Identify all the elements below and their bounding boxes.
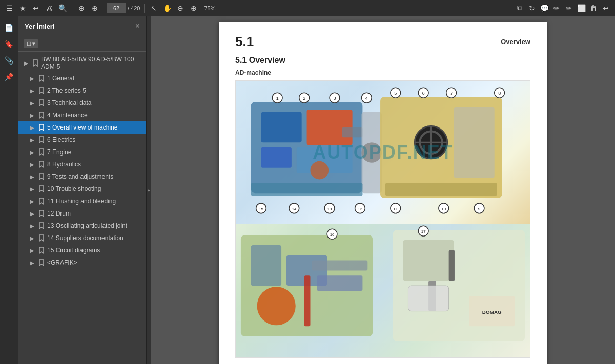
layers-icon[interactable]: 📎 bbox=[2, 53, 16, 68]
svg-text:8: 8 bbox=[498, 91, 501, 96]
expand-arrow-icon: ▶ bbox=[29, 161, 36, 168]
expand-arrow-icon: ▶ bbox=[29, 173, 36, 180]
bookmark-icon bbox=[38, 259, 45, 267]
machine-illustration-top: 1 2 3 4 5 6 7 8 bbox=[236, 81, 530, 224]
sidebar-item-tests[interactable]: ▶ 9 Tests and adjustments bbox=[18, 170, 146, 183]
pdf-area: 5.1 Overview 5.1 Overview AD-machine AUT… bbox=[151, 16, 615, 364]
search-tb-icon[interactable]: 🔍 bbox=[57, 3, 68, 13]
sidebar-item-suppliers[interactable]: ▶ 14 Suppliers documentation bbox=[18, 232, 146, 244]
sidebar-item-label: 5 Overall view of machine bbox=[47, 124, 142, 131]
hand-tool-icon[interactable]: ✋ bbox=[162, 3, 172, 13]
toolbar: ☰ ★ ↩ 🖨 🔍 ⊕ ⊕ / 420 ↖ ✋ ⊖ ⊕ 75% ⧉ ↻ 💬 ✏ … bbox=[0, 0, 615, 16]
grid-icon: ⊞ bbox=[27, 40, 31, 47]
expand-arrow-icon: ▶ bbox=[29, 148, 36, 156]
sidebar-controls: ⊞ ▾ bbox=[18, 36, 146, 52]
page-icon[interactable]: 📄 bbox=[2, 20, 16, 35]
svg-rect-3 bbox=[261, 147, 291, 168]
svg-rect-1 bbox=[261, 112, 301, 142]
svg-point-5 bbox=[310, 161, 329, 180]
svg-rect-57 bbox=[449, 250, 455, 281]
draw-icon[interactable]: ✏ bbox=[564, 3, 574, 13]
bookmark-icon bbox=[38, 74, 45, 82]
sidebar-item-technical[interactable]: ▶ 3 Technical data bbox=[18, 97, 146, 109]
svg-rect-51 bbox=[304, 275, 311, 326]
sidebar-item-label: 12 Drum bbox=[47, 210, 142, 217]
expand-arrow-icon: ▶ bbox=[29, 198, 36, 205]
back-icon[interactable]: ☰ bbox=[4, 3, 14, 13]
bookmarks-icon[interactable]: 🔖 bbox=[2, 37, 16, 51]
sidebar-item-label: 15 Circuit diagrams bbox=[47, 247, 142, 254]
sidebar-item-label: 13 Oscillating articulated joint bbox=[47, 222, 142, 229]
sidebar-item-hydraulics[interactable]: ▶ 8 Hydraulics bbox=[18, 158, 146, 170]
sidebar-header: Yer İmleri × bbox=[18, 16, 146, 36]
sidebar-item-circuit[interactable]: ▶ 15 Circuit diagrams bbox=[18, 244, 146, 256]
svg-text:14: 14 bbox=[292, 207, 296, 211]
attachments-icon[interactable]: 📌 bbox=[2, 70, 16, 84]
nav-next-icon[interactable]: ⊕ bbox=[90, 3, 100, 13]
expand-arrow-icon: ▶ bbox=[29, 99, 36, 106]
print-icon[interactable]: 🖨 bbox=[44, 3, 54, 13]
svg-text:3: 3 bbox=[334, 96, 336, 101]
sidebar-item-engine[interactable]: ▶ 7 Engine bbox=[18, 146, 146, 158]
expand-arrow-icon: ▶ bbox=[29, 259, 36, 266]
bookmark-icon bbox=[38, 209, 45, 218]
svg-rect-16 bbox=[251, 183, 363, 196]
sidebar-item-series[interactable]: ▶ 2 The series 5 bbox=[18, 84, 146, 97]
main-area: 📄 🔖 📎 📌 Yer İmleri × ⊞ ▾ ▶ BW 80 AD-5/BW… bbox=[0, 16, 615, 364]
expand-arrow-icon: ▶ bbox=[23, 59, 30, 67]
chevron-down-icon: ▾ bbox=[32, 40, 35, 47]
diagram-top: AUTOPDF.NET bbox=[236, 81, 530, 224]
resize-handle[interactable] bbox=[147, 16, 151, 364]
bookmark-icon bbox=[38, 173, 45, 181]
sidebar-item-bw80[interactable]: ▶ BW 80 AD-5/BW 90 AD-5/BW 100 ADM-5 bbox=[18, 54, 146, 72]
machine-diagram: AUTOPDF.NET bbox=[235, 80, 530, 358]
sidebar-item-label: 9 Tests and adjustments bbox=[47, 173, 142, 180]
sidebar-item-label: 8 Hydraulics bbox=[47, 161, 142, 168]
sidebar-item-flushing[interactable]: ▶ 11 Flushing and bleeding bbox=[18, 195, 146, 207]
bookmark-tb-icon[interactable]: ★ bbox=[17, 3, 28, 13]
highlight-icon[interactable]: ✏ bbox=[551, 3, 562, 13]
svg-rect-55 bbox=[403, 240, 454, 281]
sidebar-close-button[interactable]: × bbox=[135, 22, 140, 31]
more-icon[interactable]: ↩ bbox=[601, 3, 611, 13]
section-title-right: Overview bbox=[501, 34, 530, 46]
svg-text:11: 11 bbox=[393, 207, 398, 211]
fit-page-icon[interactable]: ⧉ bbox=[515, 3, 525, 13]
bookmark-icon bbox=[38, 111, 45, 119]
comment-icon[interactable]: 💬 bbox=[539, 3, 549, 13]
sidebar-item-general[interactable]: ▶ 1 General bbox=[18, 72, 146, 84]
delete-icon[interactable]: 🗑 bbox=[588, 3, 599, 13]
sidebar-item-grafik[interactable]: ▶ <GRAFIK> bbox=[18, 256, 146, 269]
sidebar: Yer İmleri × ⊞ ▾ ▶ BW 80 AD-5/BW 90 AD-5… bbox=[18, 16, 147, 364]
zoom-level: 75% bbox=[204, 5, 215, 11]
expand-arrow-icon: ▶ bbox=[29, 185, 36, 192]
sub-heading: 5.1 Overview bbox=[235, 56, 530, 65]
zoom-in-icon[interactable]: ⊕ bbox=[189, 3, 199, 13]
nav-prev-icon[interactable]: ⊕ bbox=[76, 3, 87, 13]
section-number: 5.1 bbox=[235, 34, 254, 50]
sep2 bbox=[144, 4, 145, 13]
svg-text:13: 13 bbox=[327, 207, 332, 211]
svg-rect-48 bbox=[251, 245, 281, 286]
view-toggle-button[interactable]: ⊞ ▾ bbox=[24, 39, 38, 48]
page-total: / 420 bbox=[128, 5, 140, 11]
stamp-icon[interactable]: ⬜ bbox=[576, 3, 586, 13]
undo-icon[interactable]: ↩ bbox=[31, 3, 41, 13]
svg-point-8 bbox=[361, 142, 382, 163]
sidebar-item-overall[interactable]: ▶ 5 Overall view of machine bbox=[18, 121, 146, 134]
sidebar-item-trouble[interactable]: ▶ 10 Trouble shooting bbox=[18, 183, 146, 195]
ad-machine-caption: AD-machine bbox=[235, 69, 530, 76]
sidebar-item-drum[interactable]: ▶ 12 Drum bbox=[18, 207, 146, 220]
expand-arrow-icon: ▶ bbox=[29, 222, 36, 229]
page-input[interactable] bbox=[107, 3, 126, 13]
sidebar-item-oscillating[interactable]: ▶ 13 Oscillating articulated joint bbox=[18, 220, 146, 232]
expand-arrow-icon: ▶ bbox=[29, 87, 36, 94]
sidebar-item-label: 10 Trouble shooting bbox=[47, 185, 142, 192]
expand-arrow-icon: ▶ bbox=[29, 124, 36, 131]
cursor-tool-icon[interactable]: ↖ bbox=[149, 3, 159, 13]
sidebar-item-maintenance[interactable]: ▶ 4 Maintenance bbox=[18, 109, 146, 121]
rotate-icon[interactable]: ↻ bbox=[527, 3, 537, 13]
zoom-out-icon[interactable]: ⊖ bbox=[175, 3, 186, 13]
expand-arrow-icon: ▶ bbox=[29, 136, 36, 143]
sidebar-item-electrics[interactable]: ▶ 6 Electrics bbox=[18, 134, 146, 146]
